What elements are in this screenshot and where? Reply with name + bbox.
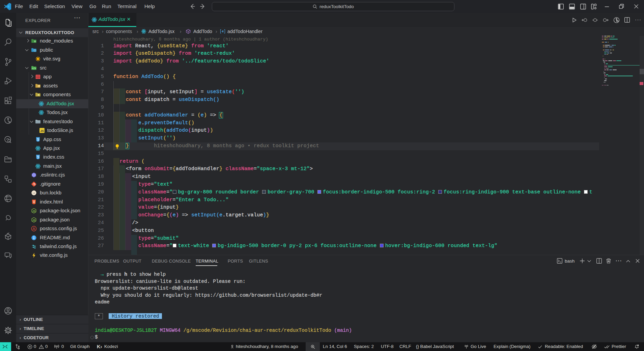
- svg-text:JS: JS: [40, 129, 44, 133]
- svg-text:JS: JS: [32, 210, 35, 213]
- svg-text:JS: JS: [32, 219, 35, 222]
- svg-text:</>: </>: [32, 67, 36, 70]
